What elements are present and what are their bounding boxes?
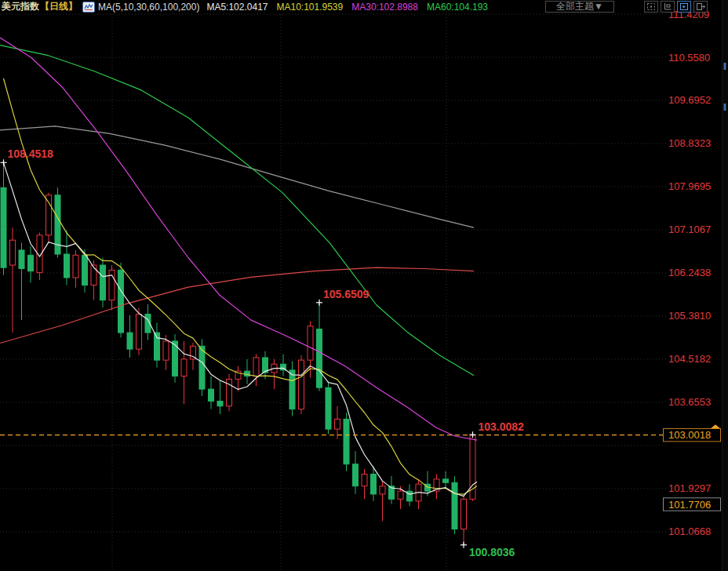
chart-thumbnail-icon[interactable] xyxy=(82,2,95,13)
symbol-title: 美元指数 xyxy=(2,0,39,13)
candlestick-chart[interactable]: 108.4518105.6509103.0082100.8036111.4209… xyxy=(0,0,728,571)
svg-text:105.3810: 105.3810 xyxy=(668,310,711,322)
svg-text:103.6553: 103.6553 xyxy=(668,396,711,408)
top-bar: 美元指数 【日线】 MA(5,10,30,60,100,200) MA5:102… xyxy=(0,0,728,13)
ma60-value: MA60:104.193 xyxy=(427,2,488,13)
period-label: 【日线】 xyxy=(40,0,78,13)
svg-text:109.6952: 109.6952 xyxy=(668,94,711,106)
ma5-value: MA5:102.0417 xyxy=(206,2,268,13)
svg-text:110.5580: 110.5580 xyxy=(668,52,710,64)
chart-app: 108.4518105.6509103.0082100.8036111.4209… xyxy=(0,0,728,571)
svg-text:107.1067: 107.1067 xyxy=(668,224,711,235)
crosshair-icon[interactable] xyxy=(644,1,658,13)
chart-axis-icon[interactable] xyxy=(661,1,675,13)
svg-text:106.2438: 106.2438 xyxy=(668,267,711,278)
svg-text:107.9695: 107.9695 xyxy=(668,180,711,192)
play-forward-icon[interactable] xyxy=(677,1,691,13)
svg-text:101.0668: 101.0668 xyxy=(668,526,711,537)
ma10-value: MA10:101.9539 xyxy=(276,2,343,13)
svg-text:103.0082: 103.0082 xyxy=(479,420,525,433)
svg-text:108.4518: 108.4518 xyxy=(8,147,54,160)
theme-selector-button[interactable]: 全部主题▼ xyxy=(545,1,614,13)
ma30-value: MA30:102.8988 xyxy=(351,2,418,13)
svg-text:103.0018: 103.0018 xyxy=(668,429,711,441)
svg-text:101.9297: 101.9297 xyxy=(668,482,711,494)
export-chart-icon[interactable] xyxy=(693,1,708,13)
svg-text:105.6509: 105.6509 xyxy=(323,288,369,300)
ma-params-label: MA(5,10,30,60,100,200) xyxy=(98,2,199,13)
svg-text:100.8036: 100.8036 xyxy=(469,546,515,558)
svg-text:104.5182: 104.5182 xyxy=(668,353,711,365)
svg-text:108.8323: 108.8323 xyxy=(668,137,711,149)
chart-toolbar xyxy=(644,1,708,13)
svg-text:101.7706: 101.7706 xyxy=(668,499,711,511)
